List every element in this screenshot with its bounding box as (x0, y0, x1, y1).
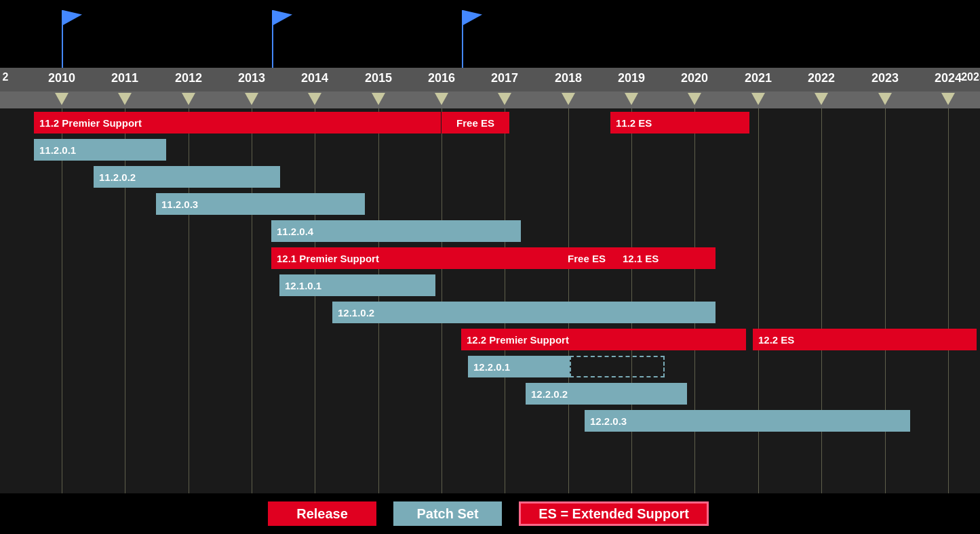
triangle-2021 (751, 93, 765, 105)
year-label-2019: 2019 (618, 71, 645, 85)
triangle-2023 (878, 93, 892, 105)
legend-release-box: Release (268, 501, 376, 526)
triangle-2022 (815, 93, 828, 105)
bar-12-1-premier: 12.1 Premier Support (271, 247, 556, 269)
year-label-2016: 2016 (428, 71, 455, 85)
bar-11-2-0-3: 11.2.0.3 (156, 193, 365, 215)
year-label-2025: 2025 (961, 71, 980, 83)
year-row: 2 2010 2011 2012 2013 2014 2015 2016 201… (0, 68, 980, 91)
bar-11-2-0-4: 11.2.0.4 (271, 220, 521, 242)
triangle-2010 (55, 93, 68, 105)
year-label-2018: 2018 (555, 71, 582, 85)
year-label-2012: 2012 (175, 71, 202, 85)
legend-release: Release (268, 501, 380, 526)
year-label-2010: 2010 (48, 71, 75, 85)
bar-12-2-es: 12.2 ES (753, 329, 977, 350)
bar-11-2-premier: 11.2 Premier Support (34, 112, 441, 134)
triangle-2011 (118, 93, 132, 105)
year-label-2021: 2021 (745, 71, 772, 85)
bar-11-2-es: 11.2 ES (610, 112, 749, 134)
year-label-2014: 2014 (301, 71, 328, 85)
year-label-2015: 2015 (365, 71, 392, 85)
triangle-2017 (498, 93, 511, 105)
bar-12-2-0-1-ext (570, 356, 665, 377)
bar-12-2-0-3: 12.2.0.3 (585, 410, 910, 432)
year-label-2013: 2013 (238, 71, 265, 85)
content-area: 11.2 Premier Support Free ES 11.2 ES 11.… (0, 108, 980, 493)
bar-12-2-0-1: 12.2.0.1 (468, 356, 570, 377)
bar-12-2-premier: 12.2 Premier Support (461, 329, 746, 350)
triangle-2012 (182, 93, 195, 105)
chart-container: 2 2010 2011 2012 2013 2014 2015 2016 201… (0, 0, 980, 534)
year-label-2017: 2017 (491, 71, 518, 85)
legend-es: ES = Extended Support (519, 501, 712, 526)
legend-es-box: ES = Extended Support (519, 501, 709, 526)
triangle-2014 (308, 93, 321, 105)
bar-12-1-0-1: 12.1.0.1 (279, 274, 435, 296)
year-label-2: 2 (3, 71, 9, 83)
legend-patch-set-box: Patch Set (393, 501, 502, 526)
triangle-row (0, 91, 980, 108)
year-label-2023: 2023 (871, 71, 899, 85)
bar-11-2-0-1: 11.2.0.1 (34, 139, 166, 161)
bar-11-2-0-2: 11.2.0.2 (94, 166, 280, 188)
bar-12-1-0-2: 12.1.0.2 (332, 302, 716, 323)
flags-area (0, 0, 980, 68)
triangle-2018 (562, 93, 575, 105)
bar-12-1-free-es: Free ES (556, 247, 617, 269)
year-label-2024: 2024 (935, 71, 962, 85)
triangle-2016 (435, 93, 448, 105)
triangle-2013 (245, 93, 258, 105)
year-label-2020: 2020 (681, 71, 708, 85)
triangle-2024 (941, 93, 955, 105)
year-label-2022: 2022 (808, 71, 835, 85)
triangle-2020 (688, 93, 701, 105)
triangle-2015 (372, 93, 385, 105)
bar-12-2-0-2: 12.2.0.2 (526, 383, 687, 405)
triangle-2019 (625, 93, 638, 105)
bar-12-1-es: 12.1 ES (617, 247, 716, 269)
legend: Release Patch Set ES = Extended Support (0, 493, 980, 534)
year-label-2011: 2011 (111, 71, 138, 85)
bar-11-2-free-es: Free ES (442, 112, 509, 134)
legend-patch-set: Patch Set (393, 501, 505, 526)
